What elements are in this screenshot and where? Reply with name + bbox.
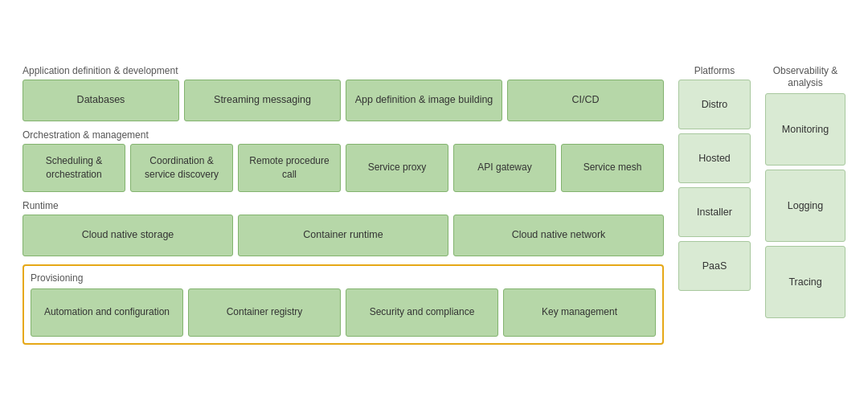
obs-logging[interactable]: Logging [765,170,845,242]
provisioning-cells: Automation and configuration Container r… [31,288,656,337]
platforms-column: Platforms Distro Hosted Installer PaaS [678,65,751,345]
cell-streaming[interactable]: Streaming messaging [184,80,341,121]
cell-cloud-storage[interactable]: Cloud native storage [23,215,233,256]
platform-paas[interactable]: PaaS [678,241,751,291]
cell-cicd[interactable]: CI/CD [507,80,664,121]
orchestration-section: Orchestration & management Scheduling & … [23,129,664,192]
provisioning-section: Provisioning Automation and configuratio… [23,264,664,345]
cell-cloud-network[interactable]: Cloud native network [453,215,664,256]
orchestration-label: Orchestration & management [23,129,664,141]
main-area: Application definition & development Dat… [23,65,664,345]
orchestration-cells: Scheduling & orchestration Coordination … [23,144,664,192]
cell-coordination[interactable]: Coordination & service discovery [130,144,233,192]
cell-container-registry[interactable]: Container registry [188,288,341,337]
cell-app-def[interactable]: App definition & image building [346,80,502,121]
runtime-label: Runtime [23,200,664,211]
cell-service-proxy[interactable]: Service proxy [346,144,448,192]
observability-header: Observability & analysis [765,65,845,90]
platforms-header: Platforms [678,65,751,76]
app-def-label: Application definition & development [23,65,664,76]
cell-databases[interactable]: Databases [23,80,179,121]
runtime-section: Runtime Cloud native storage Container r… [23,200,664,256]
obs-tracing[interactable]: Tracing [765,246,845,318]
cell-scheduling[interactable]: Scheduling & orchestration [23,144,125,192]
cell-service-mesh[interactable]: Service mesh [561,144,664,192]
observability-column: Observability & analysis Monitoring Logg… [765,65,845,345]
platform-installer[interactable]: Installer [678,187,751,237]
cell-api-gateway[interactable]: API gateway [453,144,556,192]
cell-security[interactable]: Security and compliance [346,288,498,337]
diagram-container: Application definition & development Dat… [0,46,868,364]
platform-hosted[interactable]: Hosted [678,133,751,183]
platform-distro[interactable]: Distro [678,80,751,129]
cell-key-mgmt[interactable]: Key management [503,288,656,337]
cell-rpc[interactable]: Remote procedure call [238,144,341,192]
app-def-cells: Databases Streaming messaging App defini… [23,80,664,121]
runtime-cells: Cloud native storage Container runtime C… [23,215,664,256]
app-def-section: Application definition & development Dat… [23,65,664,121]
cell-automation[interactable]: Automation and configuration [31,288,183,337]
cell-container-runtime[interactable]: Container runtime [238,215,448,256]
obs-monitoring[interactable]: Monitoring [765,93,845,166]
provisioning-label: Provisioning [31,272,656,284]
